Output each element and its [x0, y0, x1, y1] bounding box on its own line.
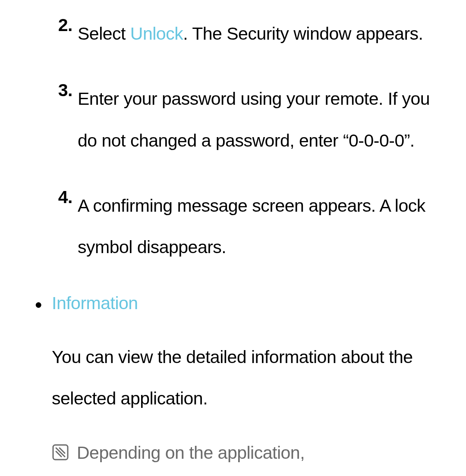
step-marker: 4. — [54, 185, 78, 268]
unlock-highlight: Unlock — [130, 24, 183, 44]
numbered-steps-list: 2. Select Unlock. The Security window ap… — [24, 13, 442, 268]
step-item-3: 3. Enter your password using your remote… — [54, 78, 442, 161]
step-text: Select Unlock. The Security window appea… — [78, 13, 442, 54]
step-text: Enter your password using your remote. I… — [78, 78, 442, 161]
step-text-prefix: Select — [78, 24, 130, 44]
step-marker: 3. — [54, 78, 78, 161]
bullet-icon — [35, 292, 52, 314]
step-marker: 2. — [54, 13, 78, 54]
information-note: Depending on the application, — [52, 441, 442, 465]
information-title: Information — [52, 292, 442, 315]
step-text-suffix: . The Security window appears. — [183, 24, 423, 44]
note-icon — [52, 441, 77, 461]
information-section: Information You can view the detailed in… — [24, 292, 442, 465]
step-text: A confirming message screen appears. A l… — [78, 185, 442, 268]
step-item-4: 4. A confirming message screen appears. … — [54, 185, 442, 268]
information-note-text: Depending on the application, — [77, 441, 442, 465]
step-item-2: 2. Select Unlock. The Security window ap… — [54, 13, 442, 54]
information-body-text: You can view the detailed information ab… — [52, 336, 442, 420]
